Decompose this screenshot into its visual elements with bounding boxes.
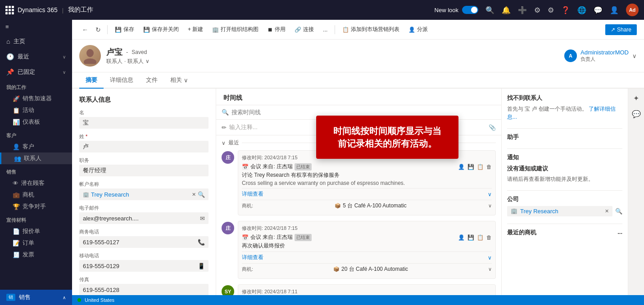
sidebar-item-contacts[interactable]: 👥 联系人 [0,152,72,164]
tab-related[interactable]: 相关 ∨ [164,72,195,89]
field-value-mobile-phone[interactable]: 619-555-0129 📱 [79,260,209,272]
new-button[interactable]: + 新建 [184,24,207,35]
delete-action-icon[interactable]: 🗑 [486,164,492,170]
field-value-first-name[interactable]: 宝 [79,117,209,129]
org-chart-button[interactable]: 🏢 打开组织结构图 [209,24,262,35]
sidebar-item-quotes[interactable]: 📄 报价单 [0,225,72,237]
user-icon[interactable]: 👤 [610,6,619,14]
chevron-down-icon: ∨ [63,70,66,75]
save-close-button[interactable]: 💾 保存并关闭 [140,24,182,35]
owner-name[interactable]: AdministratorMOD [581,49,629,56]
help-icon[interactable]: ❓ [561,6,570,14]
notification-title: 通知 [507,153,622,161]
chevron-down-icon[interactable]: ∨ [222,140,226,146]
sidebar-item-pinned[interactable]: 📌 已固定 ∨ [0,64,72,80]
copy-action-icon[interactable]: 📋 [477,234,484,241]
back-button[interactable]: ← [79,24,91,35]
owner-avatar: A [564,49,577,62]
timeline-search-input[interactable] [231,109,496,116]
field-value-account-name[interactable]: 🏢 Trey Research ✕ 🔍 [79,188,209,200]
field-value-email[interactable]: alex@treyresearch.... ✉ [79,212,209,224]
expand-icon[interactable]: ... [617,229,622,235]
svg-point-0 [86,49,94,57]
top-bar-right: New look 🔍 🔔 ➕ ⚙ ⚙ ❓ 🌐 💬 👤 Ad [435,4,639,16]
field-value-last-name[interactable]: 卢 [79,141,209,152]
tab-summary[interactable]: 摘要 [79,72,104,89]
sidebar-item-leads[interactable]: 👁 潜在顾客 [0,177,72,189]
sidebar-item-accounts[interactable]: 👤 客户 [0,141,72,152]
brand-name: Dynamics 365 [18,6,58,13]
sidebar-item-recent[interactable]: 🕐 最近 ∨ [0,49,72,64]
notification-bell-icon[interactable]: 🔔 [502,6,511,14]
save-action-icon[interactable]: 💾 [467,164,474,170]
add-marketing-button[interactable]: 📋 添加到市场营销列表 [339,24,403,35]
tab-details[interactable]: 详细信息 [104,72,140,89]
company-field[interactable]: 🏢 Trey Research ✕ [507,206,612,216]
sidebar-item-opportunities[interactable]: 💼 商机 [0,189,72,201]
clear-account-icon[interactable]: ✕ [192,192,196,197]
sidebar-toggle[interactable]: ≡ [0,20,72,34]
sidebar-item-dashboard[interactable]: 📊 仪表板 [0,116,72,128]
sidebar-item-home[interactable]: ⌂ 主页 [0,34,72,49]
phone-icon[interactable]: 📞 [198,239,205,246]
attach-icon[interactable]: 📎 [489,124,496,131]
sidebar-item-competitors[interactable]: 🏆 竞争对手 [0,201,72,212]
clear-company-icon[interactable]: ✕ [605,208,609,214]
search-account-icon[interactable]: 🔍 [198,191,205,198]
field-last-name: 姓 * 卢 [79,133,209,152]
save-action-icon[interactable]: 💾 [467,234,474,241]
connect-button[interactable]: 🔗 连接 [291,24,317,35]
status-indicator [77,298,81,302]
top-bar-left: Dynamics 365 | 我的工作 [5,6,93,14]
sidebar-item-sales-accelerator[interactable]: 🚀 销售加速器 [0,93,72,104]
copy-action-icon[interactable]: 📋 [477,164,484,170]
field-label-fax: 传真 [79,276,209,283]
assign-action-icon[interactable]: 👤 [458,164,465,170]
search-icon[interactable]: 🔍 [485,6,494,14]
machine-icon: 📦 [333,266,340,272]
field-value-fax[interactable]: 619-555-0128 [79,284,209,295]
activity-detail-toggle[interactable]: 详细查看 ∨ [242,251,492,263]
forward-button[interactable]: ↻ [93,24,104,35]
field-value-business-phone[interactable]: 619-555-0127 📞 [79,236,209,248]
field-value-job-title[interactable]: 餐厅经理 [79,165,209,176]
email-icon[interactable]: ✉ [200,215,205,222]
field-label-mobile-phone: 移动电话 [79,252,209,259]
assign-action-icon[interactable]: 👤 [458,234,465,241]
waffle-icon[interactable] [5,6,14,14]
chevron-down-icon[interactable]: ∨ [488,266,492,272]
owner-expand-icon[interactable]: ∨ [632,53,637,59]
search-company-icon[interactable]: 🔍 [615,208,622,215]
more-button[interactable]: ... [319,25,331,35]
chevron-down-icon[interactable]: ∨ [145,58,150,64]
sidebar-item-activities[interactable]: 📋 活动 [0,104,72,116]
chat-strip-icon[interactable]: 💬 [630,108,643,120]
chevron-down-icon[interactable]: ∨ [488,203,492,209]
machine-section-label: 商机: [242,266,253,273]
user-avatar[interactable]: Ad [626,4,639,16]
chat-icon[interactable]: 💬 [594,6,603,14]
chevron-down-icon: ∨ [488,255,492,261]
account-icon: 👤 [13,144,20,150]
sidebar-item-invoices[interactable]: 🧾 发票 [0,249,72,260]
sidebar-item-sales-bottom[interactable]: 销 销售 ∧ [0,290,72,305]
leads-icon: 👁 [13,180,18,187]
filter-icon[interactable]: ⚙ [534,6,540,14]
copilot-icon[interactable]: ✦ [631,92,641,104]
delete-action-icon[interactable]: 🗑 [486,234,492,241]
tab-files[interactable]: 文件 [140,72,164,89]
sidebar-item-orders[interactable]: 📝 订单 [0,237,72,249]
save-button[interactable]: 💾 保存 [111,24,138,35]
assign-button[interactable]: 👤 分派 [405,24,431,35]
new-look-toggle[interactable] [462,6,478,14]
share-button[interactable]: ↗ Share [605,24,637,35]
add-icon[interactable]: ➕ [518,6,527,14]
activity-avatar: 庄 [222,151,234,164]
mobile-icon[interactable]: 📱 [198,263,205,269]
activity-detail-toggle[interactable]: 详细查看 ∨ [242,188,492,200]
deactivate-button[interactable]: ⏹ 停用 [264,24,289,35]
portal-icon[interactable]: 🌐 [577,6,586,14]
account-link[interactable]: 🏢 Trey Research [83,191,129,198]
contact-name: 卢宝 [106,47,122,58]
settings-icon[interactable]: ⚙ [548,6,554,14]
